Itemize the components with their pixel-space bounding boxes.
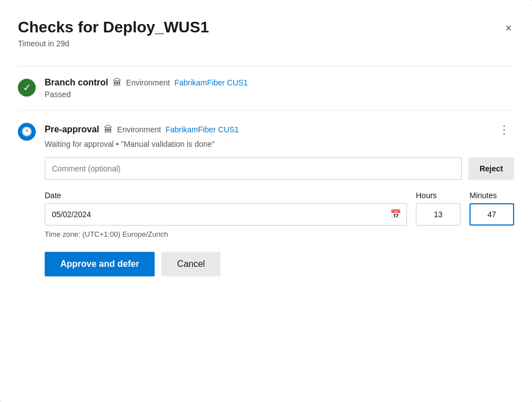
pre-approval-status: Waiting for approval • "Manual validatio…	[45, 140, 514, 149]
branch-env-icon: 🏛	[113, 78, 122, 88]
date-label: Date	[45, 191, 407, 200]
cancel-button[interactable]: Cancel	[161, 252, 221, 276]
approve-defer-button[interactable]: Approve and defer	[45, 252, 155, 276]
approval-form: Reject Date 📅 Hours	[45, 157, 514, 276]
branch-env-prefix: Environment	[126, 78, 170, 87]
pre-approval-actions: ⋮	[494, 122, 514, 137]
minutes-label: Minutes	[469, 191, 514, 200]
date-input-wrapper: 📅	[45, 203, 407, 226]
close-button[interactable]: ×	[503, 20, 514, 36]
minutes-field-group: Minutes	[469, 191, 514, 226]
modal-subtitle: Timeout in 29d	[18, 39, 209, 48]
branch-control-title-row: Branch control 🏛 Environment FabrikamFib…	[45, 78, 514, 88]
title-block: Checks for Deploy_WUS1 Timeout in 29d	[18, 18, 209, 48]
hours-field-group: Hours	[416, 191, 461, 226]
branch-control-section: ✓ Branch control 🏛 Environment FabrikamF…	[18, 66, 514, 110]
pre-approval-env-link[interactable]: FabrikamFiber CUS1	[165, 125, 238, 134]
reject-button[interactable]: Reject	[468, 157, 514, 180]
pre-approval-section: 🕐 Pre-approval 🏛 Environment FabrikamFib…	[18, 110, 514, 288]
hours-label: Hours	[416, 191, 461, 200]
pre-approval-env-icon: 🏛	[104, 125, 113, 135]
comment-input[interactable]	[45, 157, 462, 180]
date-field-group: Date 📅	[45, 191, 407, 226]
pre-approval-name: Pre-approval	[45, 125, 99, 135]
modal: Checks for Deploy_WUS1 Timeout in 29d × …	[0, 0, 532, 402]
date-time-row: Date 📅 Hours Minutes	[45, 191, 514, 226]
pre-approval-env-prefix: Environment	[117, 125, 161, 134]
modal-title: Checks for Deploy_WUS1	[18, 18, 209, 37]
hours-input[interactable]	[416, 203, 461, 226]
more-options-button[interactable]: ⋮	[494, 122, 514, 137]
branch-control-status: Passed	[45, 90, 514, 99]
passed-icon: ✓	[18, 79, 36, 97]
branch-env-link[interactable]: FabrikamFiber CUS1	[174, 78, 247, 87]
comment-reject-row: Reject	[45, 157, 514, 180]
timezone-text: Time zone: (UTC+1:00) Europe/Zurich	[45, 230, 514, 238]
action-buttons-row: Approve and defer Cancel	[45, 252, 514, 276]
pre-approval-title-row: Pre-approval 🏛 Environment FabrikamFiber…	[45, 122, 514, 137]
modal-header: Checks for Deploy_WUS1 Timeout in 29d ×	[18, 18, 514, 48]
minutes-input[interactable]	[469, 203, 514, 226]
branch-control-name: Branch control	[45, 78, 108, 88]
date-input[interactable]	[45, 203, 407, 226]
branch-control-content: Branch control 🏛 Environment FabrikamFib…	[45, 78, 514, 99]
pre-approval-content: Pre-approval 🏛 Environment FabrikamFiber…	[45, 122, 514, 276]
clock-icon: 🕐	[18, 123, 36, 141]
